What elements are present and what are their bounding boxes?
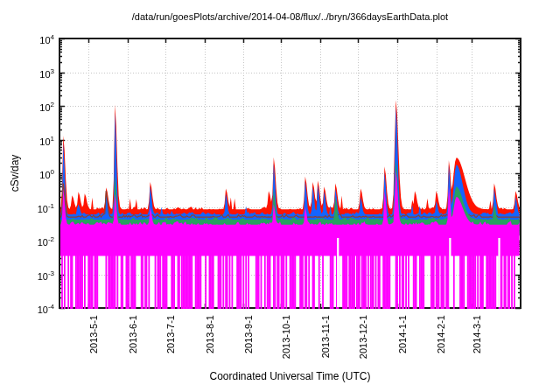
y-tick-label: 10-4 [0, 301, 54, 316]
x-tick-label: 2014-2-1 [437, 315, 448, 354]
x-tick-label: 2013-5-1 [88, 315, 100, 354]
x-tick-label: 2014-1-1 [397, 315, 409, 354]
x-tick-label: 2013-7-1 [165, 315, 177, 354]
y-tick-label: 10-3 [0, 268, 54, 283]
x-tick-label: 2013-6-1 [128, 315, 139, 354]
x-axis-label: Coordinated Universal Time (UTC) [60, 370, 521, 382]
y-tick-label: 104 [0, 32, 54, 46]
chart-title: /data/run/goesPlots/archive/2014-04-08/f… [60, 11, 521, 22]
x-tick-label: 2013-11-1 [320, 315, 332, 358]
x-tick-label: 2013-10-1 [281, 315, 292, 359]
plot-window: /data/run/goesPlots/archive/2014-04-08/f… [0, 0, 560, 392]
y-tick-label: 101 [0, 133, 54, 148]
x-tick-label: 2013-9-1 [243, 315, 255, 354]
y-tick-label: 10-2 [0, 234, 54, 248]
y-tick-label: 10-1 [0, 200, 54, 215]
x-tick-label: 2014-3-1 [472, 315, 483, 354]
y-tick-label: 103 [0, 66, 54, 80]
x-tick-label: 2013-12-1 [358, 315, 369, 359]
y-tick-label: 100 [0, 166, 54, 181]
x-tick-label: 2013-8-1 [205, 315, 216, 354]
y-tick-label: 102 [0, 99, 54, 114]
